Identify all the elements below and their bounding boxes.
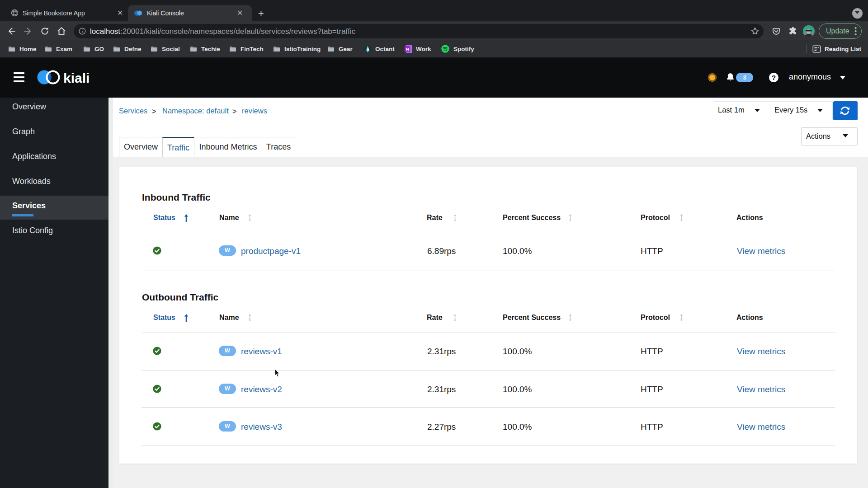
- svg-text:N: N: [406, 47, 409, 52]
